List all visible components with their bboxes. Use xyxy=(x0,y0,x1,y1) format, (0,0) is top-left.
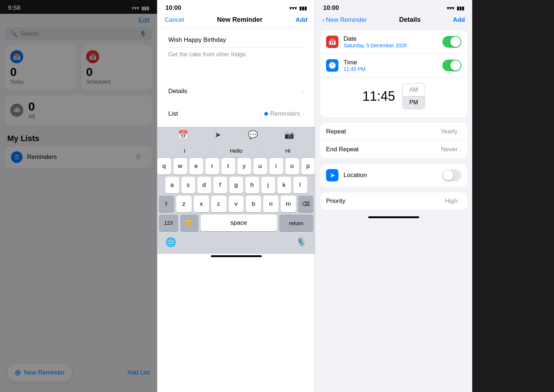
location-toolbar-icon[interactable]: ➤ xyxy=(214,130,221,140)
back-label: New Reminder xyxy=(326,16,367,24)
ampm-group: AM PM xyxy=(402,83,425,109)
key-c[interactable]: c xyxy=(211,196,226,212)
key-f[interactable]: f xyxy=(213,177,227,193)
key-q[interactable]: q xyxy=(157,158,171,175)
list-value: Reminders xyxy=(270,110,300,117)
status-bar-2: 10:00 ▾▾▾ ▮▮▮ xyxy=(157,0,315,14)
repeat-value-group: Yearly › xyxy=(441,128,461,135)
key-n[interactable]: n xyxy=(263,196,278,212)
details-label: Details xyxy=(168,88,187,95)
key-l[interactable]: l xyxy=(293,177,307,193)
key-x[interactable]: x xyxy=(194,196,209,212)
key-d[interactable]: d xyxy=(197,177,211,193)
end-repeat-value: Never xyxy=(441,146,457,153)
autocomplete-bar: I Hello Hi xyxy=(159,144,313,158)
cancel-button[interactable]: Cancel xyxy=(165,16,184,24)
keyboard-row-2: a s d f g h j k l xyxy=(159,177,313,193)
pm-button[interactable]: PM xyxy=(403,96,425,109)
reminder-notes-input[interactable]: Get the cake from other fridge. xyxy=(168,51,304,73)
end-repeat-row[interactable]: End Repeat Never › xyxy=(320,141,467,158)
globe-icon[interactable]: 🌐 xyxy=(165,237,176,247)
key-g[interactable]: g xyxy=(229,177,243,193)
autocomplete-i[interactable]: I xyxy=(159,148,210,154)
key-j[interactable]: j xyxy=(261,177,275,193)
repeat-label: Repeat xyxy=(326,128,346,135)
location-toggle[interactable] xyxy=(442,169,461,181)
key-b[interactable]: b xyxy=(246,196,261,212)
keyboard-row-1: q w e r t y u i o p xyxy=(159,158,313,175)
battery-icon-2: ▮▮▮ xyxy=(299,5,307,11)
time-row[interactable]: 🕐 Time 11:45 PM xyxy=(320,54,467,77)
key-e[interactable]: e xyxy=(189,158,203,175)
space-key[interactable]: space xyxy=(201,215,277,231)
back-button[interactable]: ‹ New Reminder xyxy=(322,16,367,24)
camera-toolbar-icon[interactable]: 📷 xyxy=(284,130,294,140)
date-toggle[interactable] xyxy=(442,36,461,48)
status-bar-3: 10:00 ▾▾▾ ▮▮▮ xyxy=(315,0,472,14)
location-text-group: Location xyxy=(344,172,442,179)
nav-bar-2: Cancel New Reminder Add xyxy=(157,14,315,28)
key-h[interactable]: h xyxy=(245,177,259,193)
key-i[interactable]: i xyxy=(269,158,283,175)
wifi-icon-2: ▾▾▾ xyxy=(289,5,297,11)
priority-row[interactable]: Priority High › xyxy=(320,192,467,210)
key-t[interactable]: t xyxy=(221,158,235,175)
repeat-row[interactable]: Repeat Yearly › xyxy=(320,123,467,141)
keyboard-row-3: ⇧ z x c v b n m ⌫ xyxy=(159,196,313,212)
priority-section: Priority High › xyxy=(320,192,467,210)
autocomplete-hi[interactable]: Hi xyxy=(262,148,313,154)
autocomplete-hello[interactable]: Hello xyxy=(210,148,262,154)
status-icons-3: ▾▾▾ ▮▮▮ xyxy=(447,5,464,11)
delete-key[interactable]: ⌫ xyxy=(298,196,313,212)
background-fill xyxy=(472,0,554,392)
chat-toolbar-icon[interactable]: 💬 xyxy=(248,130,258,140)
list-dot xyxy=(264,112,268,116)
details-row[interactable]: Details › xyxy=(162,82,310,101)
key-s[interactable]: s xyxy=(181,177,195,193)
add-button-3[interactable]: Add xyxy=(453,16,465,24)
phone-2-new-reminder: 10:00 ▾▾▾ ▮▮▮ Cancel New Reminder Add Wi… xyxy=(157,0,315,392)
reminder-title-input[interactable]: Wish Happy Birthday xyxy=(168,36,304,48)
key-a[interactable]: a xyxy=(165,177,179,193)
priority-value: High xyxy=(445,197,458,205)
add-button-2[interactable]: Add xyxy=(296,16,308,24)
return-key[interactable]: return xyxy=(279,215,314,231)
location-row[interactable]: ➤ Location xyxy=(320,164,467,187)
details-chevron: › xyxy=(302,88,304,94)
key-o[interactable]: o xyxy=(285,158,299,175)
priority-value-group: High › xyxy=(445,197,461,205)
date-row[interactable]: 📅 Date Saturday, 5 December 2020 xyxy=(320,30,467,54)
location-icon: ➤ xyxy=(326,169,338,181)
key-v[interactable]: v xyxy=(229,196,244,212)
calendar-toolbar-icon[interactable]: 📅 xyxy=(178,130,188,140)
date-toggle-knob xyxy=(450,37,461,47)
mic-icon-kb[interactable]: 🎙️ xyxy=(296,237,307,247)
end-repeat-label: End Repeat xyxy=(326,146,359,153)
key-k[interactable]: k xyxy=(277,177,291,193)
emoji-key[interactable]: 😊 xyxy=(180,215,198,231)
list-label: List xyxy=(168,110,178,117)
location-toggle-knob xyxy=(443,170,453,180)
key-p[interactable]: p xyxy=(301,158,315,175)
am-button[interactable]: AM xyxy=(403,84,425,96)
back-chevron-icon: ‹ xyxy=(322,16,325,24)
key-z[interactable]: z xyxy=(176,196,192,212)
key-r[interactable]: r xyxy=(205,158,219,175)
numbers-key[interactable]: 123 xyxy=(159,215,178,231)
time-value: 11:45 PM xyxy=(344,66,442,72)
details-page-title: Details xyxy=(399,16,421,24)
phone-1-reminders-list: 9:58 ▾▾▾ ▮▮▮ Edit 🔍 Search 🎙️ 📅 0 Today … xyxy=(0,0,157,392)
list-section-row[interactable]: List Reminders › xyxy=(162,104,310,123)
key-w[interactable]: w xyxy=(173,158,187,175)
key-m[interactable]: m xyxy=(281,196,296,212)
time-icon: 🕐 xyxy=(326,59,338,72)
date-time-section: 📅 Date Saturday, 5 December 2020 🕐 Time … xyxy=(320,30,467,117)
time-toggle[interactable] xyxy=(442,60,461,71)
wifi-icon-3: ▾▾▾ xyxy=(447,5,454,11)
key-y[interactable]: y xyxy=(237,158,251,175)
key-u[interactable]: u xyxy=(253,158,267,175)
battery-icon-3: ▮▮▮ xyxy=(457,5,464,11)
time-picker-digits[interactable]: 11:45 xyxy=(362,89,395,104)
list-chevron: › xyxy=(302,111,304,117)
shift-key[interactable]: ⇧ xyxy=(159,196,174,212)
